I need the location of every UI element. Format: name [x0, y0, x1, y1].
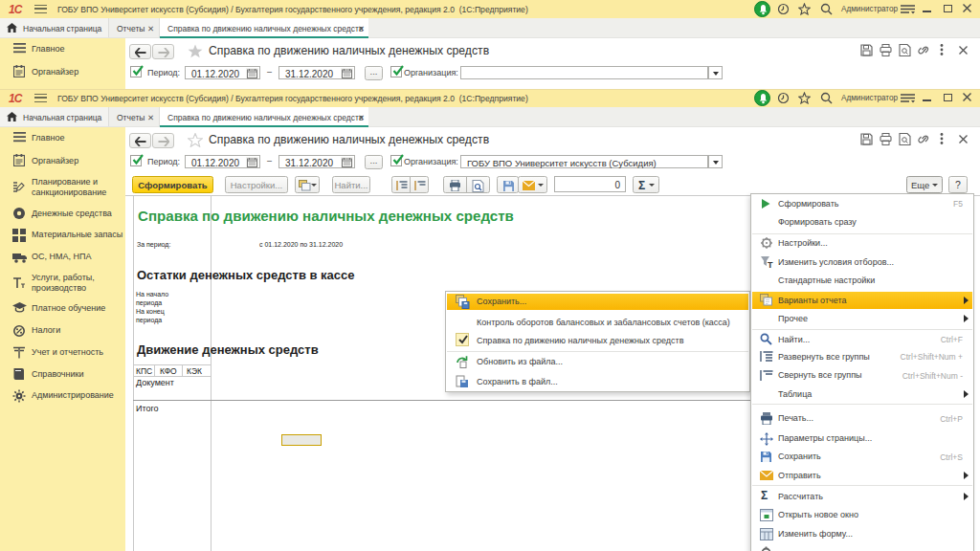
svg-text:T: T — [768, 260, 773, 269]
